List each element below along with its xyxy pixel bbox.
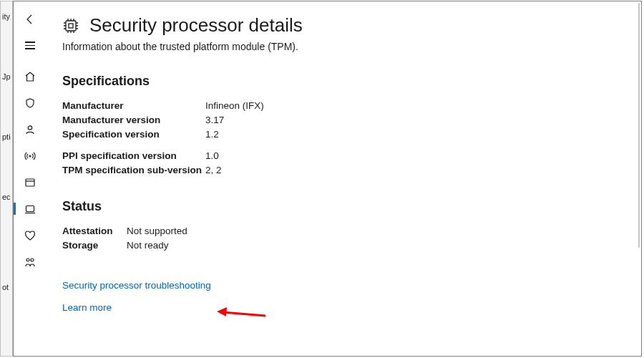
spec-row: Manufacturer Infineon (IFX) [62,99,621,113]
spec-value: 1.0 [205,149,219,163]
ghost-fragment [1,92,12,122]
nav-device-health[interactable] [14,222,47,248]
status-row: Storage Not ready [62,238,621,253]
spec-label: Manufacturer [62,99,205,113]
spec-value: Infineon (IFX) [205,99,264,113]
ghost-fragment: ity [1,1,12,32]
svg-point-0 [28,125,31,129]
ghost-fragment [1,212,12,242]
status-value: Not supported [127,224,187,238]
ghost-fragment [1,302,12,332]
scrollbar-track-indicator[interactable] [638,3,640,248]
troubleshooting-link[interactable]: Security processor troubleshooting [62,280,621,291]
spec-row: Specification version 1.2 [62,127,621,142]
spec-label: Manufacturer version [62,113,205,127]
page-title: Security processor details [89,14,303,37]
specifications-table: Manufacturer Infineon (IFX) Manufacturer… [62,99,621,178]
nav-account-protection[interactable] [14,116,47,142]
security-details-window: Security processor details Information a… [13,1,642,357]
nav-app-browser-control[interactable] [14,169,47,195]
nav-device-security[interactable] [14,195,47,222]
spec-value: 2, 2 [205,163,222,178]
hamburger-icon [25,42,35,49]
spec-label: TPM specification sub-version [62,163,205,178]
status-heading: Status [62,199,621,214]
ghost-fragment: ot [1,272,12,302]
nav-sidebar [14,1,47,356]
svg-point-4 [26,258,29,261]
ghost-fragment [1,242,12,272]
specifications-heading: Specifications [62,74,621,89]
svg-point-1 [29,155,31,157]
spec-label: PPI specification version [62,149,205,163]
svg-point-5 [31,258,34,261]
svg-rect-7 [69,24,73,28]
page-title-row: Security processor details [62,14,621,37]
ghost-fragment: Jp [1,62,12,92]
spec-label: Specification version [62,127,205,142]
svg-rect-6 [66,21,76,31]
background-hint-col: ity Jp pti ec ot vi [0,1,13,357]
nav-home[interactable] [14,63,47,90]
spec-value: 3.17 [205,113,224,127]
status-row: Attestation Not supported [62,224,621,238]
nav-virus-protection[interactable] [14,90,47,116]
status-value: Not ready [127,238,169,253]
svg-rect-2 [26,179,34,186]
spec-row: TPM specification sub-version 2, 2 [62,163,621,178]
menu-button[interactable] [14,32,47,59]
status-label: Storage [62,238,127,253]
spec-row: Manufacturer version 3.17 [62,113,621,127]
main-content: Security processor details Information a… [47,1,641,356]
ghost-fragment [1,332,12,357]
nav-family-options[interactable] [14,248,47,275]
spec-row: PPI specification version 1.0 [62,149,621,163]
chip-icon [62,17,79,34]
ghost-fragment: pti [1,122,12,152]
page-subtitle: Information about the trusted platform m… [62,41,621,52]
ghost-fragment: ec [1,182,12,212]
spec-value: 1.2 [205,127,219,142]
learn-more-link[interactable]: Learn more [62,302,621,313]
back-button[interactable] [14,6,47,32]
ghost-fragment [1,32,12,62]
status-label: Attestation [62,224,127,238]
svg-rect-3 [26,205,34,211]
nav-firewall-network[interactable] [14,142,47,169]
ghost-fragment [1,152,12,182]
